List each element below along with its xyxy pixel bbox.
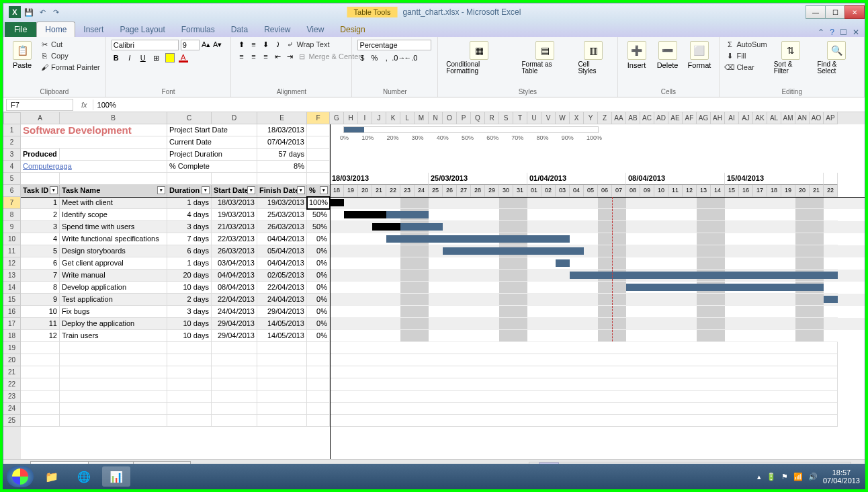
help-icon[interactable]: ? bbox=[830, 28, 834, 37]
col-header-AK[interactable]: AK bbox=[753, 112, 767, 124]
number-format-select[interactable] bbox=[357, 40, 431, 50]
undo-icon[interactable]: ↶ bbox=[37, 7, 48, 17]
filter-arrow[interactable]: ▾ bbox=[320, 186, 328, 194]
col-header-D[interactable]: D bbox=[212, 112, 257, 124]
increase-font-icon[interactable]: A▴ bbox=[202, 40, 211, 49]
merge-button[interactable]: ⊟Merge & Center bbox=[297, 52, 361, 61]
battery-icon[interactable]: 🔋 bbox=[767, 473, 776, 481]
filter-arrow[interactable]: ▾ bbox=[297, 186, 305, 194]
row-header-7[interactable]: 7 bbox=[3, 197, 21, 209]
minimize-button[interactable]: — bbox=[806, 5, 826, 19]
conditional-formatting-button[interactable]: ▦Conditional Formatting bbox=[443, 40, 515, 76]
row-header-23[interactable]: 23 bbox=[3, 391, 21, 403]
row-header-11[interactable]: 11 bbox=[3, 245, 21, 257]
col-header-AF[interactable]: AF bbox=[683, 112, 697, 124]
network-icon[interactable]: 📶 bbox=[793, 473, 803, 481]
save-icon[interactable]: 💾 bbox=[24, 7, 34, 17]
row-header-21[interactable]: 21 bbox=[3, 366, 21, 378]
start-button[interactable] bbox=[7, 466, 34, 487]
indent-dec-icon[interactable]: ⇤ bbox=[273, 52, 282, 61]
orientation-icon[interactable]: ⤸ bbox=[273, 40, 282, 49]
window-restore-icon[interactable]: ☐ bbox=[840, 28, 847, 37]
font-size-select[interactable] bbox=[181, 40, 200, 50]
comma-icon[interactable]: , bbox=[382, 53, 391, 63]
col-header-G[interactable]: G bbox=[330, 112, 344, 124]
row-header-1[interactable]: 1 bbox=[3, 124, 21, 136]
maximize-button[interactable]: ☐ bbox=[825, 5, 845, 19]
tab-review[interactable]: Review bbox=[256, 22, 298, 37]
col-header-C[interactable]: C bbox=[167, 112, 212, 124]
row-header-12[interactable]: 12 bbox=[3, 257, 21, 270]
table-row[interactable]: 12Train users10 days29/04/201314/05/2013… bbox=[21, 330, 865, 342]
col-header-J[interactable]: J bbox=[372, 112, 386, 124]
row-header-2[interactable]: 2 bbox=[3, 136, 21, 149]
row-headers[interactable]: 1234567891011121314151617181920212223242… bbox=[3, 124, 21, 459]
row-header-5[interactable]: 5 bbox=[3, 173, 21, 185]
tab-data[interactable]: Data bbox=[223, 22, 256, 37]
flag-icon[interactable]: ⚑ bbox=[781, 473, 788, 481]
paste-button[interactable]: 📋 Paste bbox=[9, 40, 36, 71]
chrome-taskbar-icon[interactable]: 🌐 bbox=[70, 466, 98, 487]
col-header-AB[interactable]: AB bbox=[626, 112, 640, 124]
minimize-ribbon-icon[interactable]: ⌃ bbox=[818, 28, 824, 37]
align-middle-icon[interactable]: ≡ bbox=[249, 40, 258, 49]
row-header-8[interactable]: 8 bbox=[3, 209, 21, 221]
align-bottom-icon[interactable]: ⬇ bbox=[261, 40, 270, 49]
tab-page-layout[interactable]: Page Layout bbox=[112, 22, 173, 37]
tab-formulas[interactable]: Formulas bbox=[173, 22, 223, 37]
row-header-15[interactable]: 15 bbox=[3, 294, 21, 306]
col-header-I[interactable]: I bbox=[358, 112, 372, 124]
find-select-button[interactable]: 🔍Find & Select bbox=[815, 40, 859, 76]
table-row[interactable]: 4Write functional specifications7 days22… bbox=[21, 233, 865, 245]
table-row[interactable]: 1Meet with client1 days18/03/201319/03/2… bbox=[21, 197, 865, 209]
col-header-X[interactable]: X bbox=[570, 112, 584, 124]
fx-icon[interactable]: fx bbox=[76, 101, 93, 109]
col-header-E[interactable]: E bbox=[257, 112, 307, 124]
insert-cells-button[interactable]: ➕Insert bbox=[623, 40, 650, 71]
col-header-AM[interactable]: AM bbox=[781, 112, 795, 124]
align-left-icon[interactable]: ≡ bbox=[236, 52, 246, 61]
table-row[interactable]: 5Design storyboards6 days26/03/201305/04… bbox=[21, 245, 865, 257]
decrease-decimal-icon[interactable]: ←.0 bbox=[406, 53, 415, 63]
align-top-icon[interactable]: ⬆ bbox=[236, 40, 246, 49]
tab-design[interactable]: Design bbox=[332, 22, 373, 37]
tab-home[interactable]: Home bbox=[36, 22, 75, 37]
close-button[interactable]: ✕ bbox=[844, 5, 865, 19]
col-header-AJ[interactable]: AJ bbox=[739, 112, 753, 124]
indent-inc-icon[interactable]: ⇥ bbox=[285, 52, 294, 61]
copy-button[interactable]: ⎘Copy bbox=[40, 51, 100, 60]
col-header-A[interactable]: A bbox=[21, 112, 60, 124]
col-header-V[interactable]: V bbox=[541, 112, 556, 124]
col-header-M[interactable]: M bbox=[415, 112, 429, 124]
col-header-S[interactable]: S bbox=[499, 112, 513, 124]
italic-icon[interactable]: I bbox=[125, 53, 134, 63]
row-header-6[interactable]: 6 bbox=[3, 185, 21, 197]
fill-button[interactable]: ⬇Fill bbox=[725, 51, 767, 60]
select-all-corner[interactable] bbox=[3, 112, 21, 124]
sort-filter-button[interactable]: ⇅Sort & Filter bbox=[771, 40, 811, 76]
tab-insert[interactable]: Insert bbox=[75, 22, 112, 37]
col-header-R[interactable]: R bbox=[485, 112, 499, 124]
col-header-AG[interactable]: AG bbox=[697, 112, 711, 124]
redo-icon[interactable]: ↷ bbox=[50, 7, 61, 17]
row-header-17[interactable]: 17 bbox=[3, 318, 21, 330]
col-header-AD[interactable]: AD bbox=[654, 112, 668, 124]
name-box[interactable]: F7 bbox=[6, 99, 73, 111]
fill-color-icon[interactable] bbox=[165, 53, 175, 63]
col-header-AA[interactable]: AA bbox=[612, 112, 626, 124]
row-header-18[interactable]: 18 bbox=[3, 330, 21, 342]
clear-button[interactable]: ⌫Clear bbox=[725, 63, 767, 72]
filter-arrow[interactable]: ▾ bbox=[247, 186, 255, 194]
percent-icon[interactable]: % bbox=[370, 53, 379, 63]
excel-taskbar-icon[interactable]: 📊 bbox=[102, 466, 130, 487]
row-header-14[interactable]: 14 bbox=[3, 282, 21, 294]
wrap-text-button[interactable]: ⤶Wrap Text bbox=[285, 40, 329, 49]
volume-icon[interactable]: 🔊 bbox=[808, 473, 818, 481]
col-header-T[interactable]: T bbox=[513, 112, 527, 124]
table-row[interactable]: 6Get client approval1 days03/04/201304/0… bbox=[21, 257, 865, 270]
filter-arrow[interactable]: ▾ bbox=[157, 186, 165, 194]
increase-decimal-icon[interactable]: .0→ bbox=[394, 53, 403, 63]
row-header-20[interactable]: 20 bbox=[3, 354, 21, 366]
cell-grid[interactable]: Software DevelopmentProject Start Date18… bbox=[21, 124, 865, 459]
worksheet[interactable]: ABCDEFGHIJKLMNOPQRSTUVWXYZAAABACADAEAFAG… bbox=[3, 112, 865, 459]
